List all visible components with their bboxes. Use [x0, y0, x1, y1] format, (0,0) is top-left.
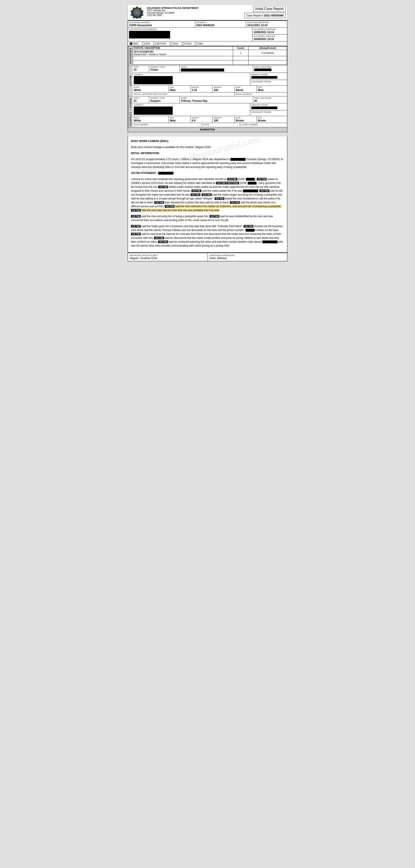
vau-checkbox[interactable]	[195, 42, 198, 45]
victim-tag-15: VICTIM	[131, 225, 141, 227]
victim-tag-17: VICTIM	[131, 233, 141, 235]
aps-checkbox[interactable]	[142, 42, 145, 45]
narrative-para-1: I arrived on scene and contacted the rep…	[131, 177, 284, 212]
fcoc-label: FCOC	[185, 42, 192, 45]
report-title: Initial Case Report	[253, 6, 286, 12]
victim-primary-phone-label: PRIMARY PHONE	[251, 73, 286, 75]
occurred-through-cell: OCCURRED THROUGH 10/08/2021 14:16	[253, 35, 287, 41]
suspect-hair-value: Brown	[236, 119, 256, 122]
case-number-value: 2021-00038366	[264, 14, 284, 17]
victim-hair-cell: HAIR Blond	[235, 86, 257, 92]
victim-tag-11: VICTIM	[165, 205, 174, 208]
victim-subject-type-cell: SUBJECT TYPE Victim	[149, 65, 180, 72]
victim-tag-4: VICTIM	[191, 189, 201, 192]
narrative-body: ColoradoPathologicalPatrol.com PATROL CO…	[128, 136, 287, 253]
victim-tag-18: VICTIM	[154, 237, 164, 239]
suspect-race-cell: RACE White	[133, 116, 169, 123]
male-name-redacted	[262, 241, 277, 243]
suspect-height-cell: HEIGHT 6 0	[191, 116, 213, 123]
suspect-sex-label: SEX	[170, 117, 189, 119]
victim-height-cell: HEIGHT 5 10	[191, 86, 213, 92]
suspect-sex-value: Male	[170, 119, 189, 122]
suspect-dob-cell: DOB / AGE RANGE 40	[253, 96, 287, 103]
suspect-address-label: ADDRESS	[134, 104, 249, 106]
victim-tag-1: VICTIM	[227, 178, 237, 180]
dhs-label: DHS	[173, 42, 178, 45]
suspect-race-value: White	[134, 119, 168, 122]
victim-dob-label: DOB / AGE RANGE	[254, 66, 286, 68]
victim-row-1: PER # 01 SUBJECT TYPE Victim NAME DOB / …	[133, 65, 287, 73]
victim-section-label: VICTIM	[128, 65, 133, 96]
initial-location-redacted	[230, 158, 245, 161]
suspect-weight-label: WEIGHT	[214, 117, 233, 119]
location-cell: LOCATION OF OCCURRENCE	[128, 28, 253, 41]
victim-tag-16: VICTIM	[244, 225, 253, 227]
approving-supervisor-cell: APPROVING SUPERVISOR Orten, Bethany	[208, 253, 287, 261]
suspect-weight-cell: WEIGHT 185	[213, 116, 235, 123]
dept-phone: (719) 444-7000	[147, 14, 202, 17]
offense-statute-cell: 18-9-111(1)(h) M3 Harassment - Insults o…	[133, 50, 233, 56]
apthot-checkbox[interactable]	[153, 42, 156, 45]
narrative-para-3: VICTIM said the males gave him a busines…	[131, 224, 284, 248]
suspect-eye-cell: EYE Brown	[257, 116, 287, 123]
initial-info-title-para: INITIAL INFORMATION:	[131, 151, 284, 155]
initial-info-title: INITIAL INFORMATION:	[131, 152, 160, 155]
victim-statement-name-redacted	[158, 172, 173, 175]
victim-row-3: RACE White SEX Male HEIGHT 5 10 WEIGHT 1…	[133, 86, 287, 92]
suspect-row-4: DL/ID NUMBER STATE JACKET NUMBER	[133, 123, 287, 127]
report-title-block: Initial Case Report Case Report # 2021-0…	[202, 6, 286, 18]
suspect-row-1: PER # 01 SUBJECT TYPE Suspect NAME Fello…	[133, 96, 287, 103]
suspect-per-label: PER #	[134, 97, 148, 99]
victim-eye-label: EYE	[258, 86, 286, 88]
incident-number-label: INCIDENT #	[196, 21, 245, 24]
cb-vau: VAU	[195, 42, 203, 45]
offenses-content: STATUTE / DESCRIPTION Counts Attempt/Com…	[133, 46, 287, 65]
offense-counts: 1	[233, 50, 248, 56]
report-header: POLICE COLORADO SPRINGS COLORADO SPRINGS…	[128, 4, 287, 21]
suspect-row-3: RACE White SEX Male HEIGHT 6 0 WEIGHT 18…	[133, 116, 287, 123]
offense-row-2	[133, 56, 287, 61]
victim-address-cell: ADDRESS	[133, 73, 250, 85]
highlighted-text-1: VICTIM said the men referred to his moth…	[131, 205, 281, 212]
incident-number-cell: INCIDENT # 2021-00446226	[195, 21, 246, 27]
occurred-through-label: OCCURRED THROUGH	[254, 35, 286, 37]
offense-description: Harassment - Insults or Taunts	[134, 53, 232, 56]
suspect-race-label: RACE	[134, 117, 168, 119]
victim-secondary-phone-label: SECONDARY PHONE	[251, 81, 286, 83]
victim-sex-cell: SEX Male	[169, 86, 191, 92]
bwc-checkbox[interactable]: ✓	[130, 42, 132, 45]
suspect-section: SUSPECT / OTHER PER # 01 SUBJECT TYPE Su…	[128, 96, 287, 127]
suspect-weight-value: 185	[214, 119, 233, 122]
victim-statement-title: VICTIM STATEMENT - :	[131, 172, 174, 175]
suspect-eye-value: Brown	[258, 119, 286, 122]
victim-name-redacted	[181, 68, 224, 71]
victim-tag-14: VICTIM	[210, 215, 219, 218]
statute-header: STATUTE / DESCRIPTION	[133, 46, 233, 50]
victim-race-cell: RACE White	[133, 86, 169, 92]
fcoc-checkbox[interactable]	[182, 42, 184, 45]
dhs-checkbox[interactable]	[170, 42, 172, 45]
victim-row-2: ADDRESS PRIMARY PHONE SECONDARY PHONE	[133, 73, 287, 86]
victim-relationship-label: VICTIM / OFFENDER RELATIONSHIP	[134, 93, 234, 95]
victim-subject-type-value: Victim	[150, 68, 179, 71]
victim-phone-redacted	[251, 76, 277, 79]
department-info: COLORADO SPRINGS POLICE DEPARTMENT 705 S…	[147, 6, 202, 17]
event-section: OCCURRED INCIDENT CSPD Harassment INCIDE…	[128, 21, 287, 46]
case-number-block: Case Report # 2021-00038366	[244, 13, 286, 18]
phone-redacted	[246, 229, 255, 231]
suspect-content: PER # 01 SUBJECT TYPE Suspect NAME Fello…	[133, 96, 287, 127]
vau-label: VAU	[199, 42, 203, 45]
offense-empty-4	[133, 61, 233, 65]
victim-primary-phone: PRIMARY PHONE	[250, 73, 287, 80]
victim-per-cell: PER # 01	[133, 65, 149, 72]
cb-aps: APS	[142, 42, 150, 45]
victim-tag-12: VICTIM	[131, 209, 141, 212]
victim-address-label: ADDRESS	[134, 73, 249, 75]
suspect-state-cell: STATE	[202, 123, 240, 127]
date-reported-value: 10/11/2021 12:43	[247, 24, 286, 27]
suspect-address-cell: ADDRESS	[133, 103, 250, 116]
suspect-per-cell: PER # 01	[133, 96, 149, 103]
dept-city: Colorado Springs, CO 80903	[147, 12, 202, 14]
cb-bwc: ✓ BWC	[130, 42, 139, 45]
victim-tag-7: VICTIM	[202, 193, 211, 196]
